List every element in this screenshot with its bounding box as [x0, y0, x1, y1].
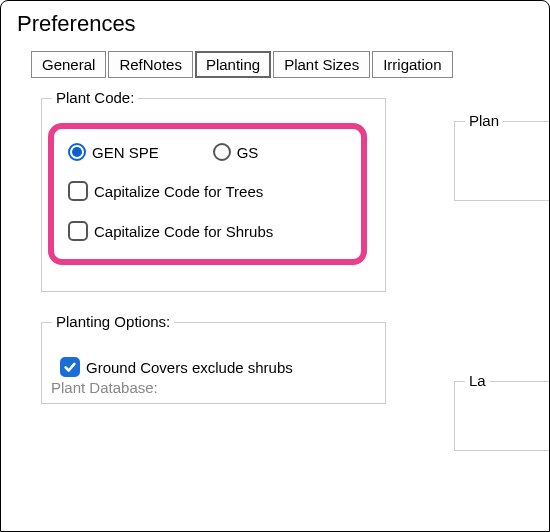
cap-shrubs-label: Capitalize Code for Shrubs — [94, 223, 273, 240]
tab-irrigation[interactable]: Irrigation — [372, 51, 452, 78]
gc-exclude-shrubs-label: Ground Covers exclude shrubs — [86, 359, 293, 376]
highlight-annotation: GEN SPE GS Capitalize Code for Trees — [48, 123, 367, 265]
radio-indicator-icon — [68, 143, 86, 161]
side-group-plan: Plan — [454, 121, 549, 201]
tab-planting[interactable]: Planting — [195, 51, 271, 78]
window-title: Preferences — [1, 1, 549, 51]
preferences-window: Preferences General RefNotes Planting Pl… — [0, 0, 550, 532]
tab-refnotes[interactable]: RefNotes — [108, 51, 193, 78]
radio-gs[interactable]: GS — [213, 143, 259, 161]
tab-general[interactable]: General — [31, 51, 106, 78]
checkbox-indicator-icon — [68, 181, 88, 201]
side-group-plan-label: Plan — [465, 112, 503, 129]
plant-code-group: Plant Code: GEN SPE GS Capitalize — [41, 98, 386, 292]
checkbox-indicator-icon — [60, 357, 80, 377]
side-panels-cutoff: Plan La — [454, 121, 549, 451]
checkbox-gc-exclude-shrubs[interactable]: Ground Covers exclude shrubs — [60, 357, 367, 377]
side-group-la-label: La — [465, 372, 490, 389]
cap-trees-label: Capitalize Code for Trees — [94, 183, 263, 200]
checkbox-cap-shrubs[interactable]: Capitalize Code for Shrubs — [68, 221, 273, 241]
radio-indicator-icon — [213, 143, 231, 161]
checkbox-indicator-icon — [68, 221, 88, 241]
radio-gs-label: GS — [237, 144, 259, 161]
tab-plant-sizes[interactable]: Plant Sizes — [273, 51, 370, 78]
checkbox-cap-trees[interactable]: Capitalize Code for Trees — [68, 181, 263, 201]
radio-gen-spe-label: GEN SPE — [92, 144, 159, 161]
plant-code-legend: Plant Code: — [52, 89, 138, 106]
side-group-la: La — [454, 381, 549, 451]
plant-database-legend: Plant Database: — [41, 379, 158, 396]
planting-options-legend: Planting Options: — [52, 313, 174, 330]
radio-gen-spe[interactable]: GEN SPE — [68, 143, 159, 161]
tab-strip: General RefNotes Planting Plant Sizes Ir… — [1, 51, 549, 78]
